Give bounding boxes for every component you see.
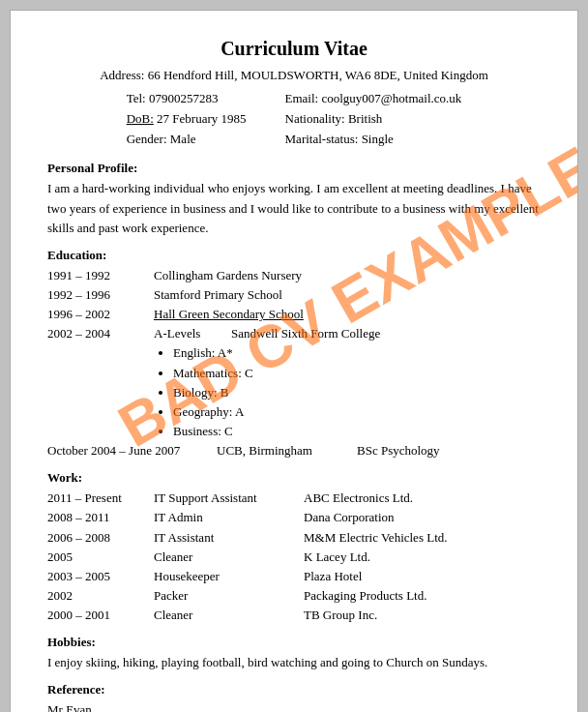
tel-line: Tel: 07900257283 [127, 89, 247, 109]
work-company-3: K Lacey Ltd. [304, 548, 370, 567]
work-section: Work: 2011 – Present IT Support Assistan… [47, 470, 541, 625]
contact-right: Email: coolguy007@hotmail.co.uk National… [285, 89, 462, 149]
work-row-1: 2008 – 2011 IT Admin Dana Corporation [47, 508, 541, 527]
edu-alevels-row: 2002 – 2004 A-Levels Sandwell Sixth Form… [47, 324, 541, 343]
tel-label: Tel: [127, 91, 146, 105]
education-title: Education: [47, 248, 541, 263]
work-role-0: IT Support Assistant [154, 489, 304, 508]
edu-row-2: 1992 – 1996 Stamford Primary School [47, 285, 541, 305]
work-row-6: 2000 – 2001 Cleaner TB Group Inc. [47, 606, 541, 625]
hobbies-title: Hobbies: [47, 635, 541, 650]
personal-profile-section: Personal Profile: I am a hard-working in… [47, 161, 541, 237]
work-year-3: 2005 [47, 548, 154, 567]
cv-page: BAD CV EXAMPLE Curriculum Vitae Address:… [10, 10, 578, 712]
edu-alevels-label: A-Levels [154, 324, 231, 343]
work-role-5: Packer [154, 586, 304, 606]
gender-line: Gender: Male [127, 130, 247, 150]
tel-value: 07900257283 [149, 91, 219, 105]
edu-subjects-list: English: A* Mathematics: C Biology: B Ge… [173, 343, 541, 441]
edu-uni-place: UCB, Birmingham [217, 441, 357, 460]
work-year-5: 2002 [47, 586, 154, 606]
reference-name: Mr Evan [47, 700, 541, 712]
contact-left: Tel: 07900257283 DoB: 27 February 1985 G… [127, 89, 247, 149]
contact-grid: Tel: 07900257283 DoB: 27 February 1985 G… [47, 89, 541, 149]
work-company-2: M&M Electric Vehicles Ltd. [304, 528, 448, 548]
page-title: Curriculum Vitae [47, 38, 541, 60]
email-line: Email: coolguy007@hotmail.co.uk [285, 89, 462, 109]
education-rows: 1991 – 1992 Collingham Gardens Nursery 1… [47, 266, 541, 460]
hobbies-section: Hobbies: I enjoy skiing, hiking, playing… [47, 635, 541, 672]
work-role-2: IT Assistant [154, 528, 304, 548]
edu-year-3: 1996 – 2002 [47, 305, 154, 324]
edu-uni-year: October 2004 – June 2007 [47, 441, 217, 460]
edu-year-1: 1991 – 1992 [47, 266, 154, 285]
subject-4: Geography: A [173, 402, 541, 422]
edu-place-2: Stamford Primary School [154, 285, 282, 305]
marital-line: Marital-status: Single [285, 130, 462, 150]
work-year-6: 2000 – 2001 [47, 606, 154, 625]
edu-uni-degree: BSc Psychology [357, 441, 440, 460]
dob-line: DoB: 27 February 1985 [127, 109, 247, 130]
work-title: Work: [47, 470, 541, 486]
nationality-line: Nationality: British [285, 109, 462, 130]
work-role-4: Housekeeper [154, 567, 304, 586]
marital-label: Marital-status: [285, 132, 359, 146]
work-company-1: Dana Corporation [304, 508, 395, 527]
work-row-3: 2005 Cleaner K Lacey Ltd. [47, 548, 541, 567]
edu-place-3: Hall Green Secondary School [154, 305, 304, 324]
address-line: Address: 66 Hendford Hill, MOULDSWORTH, … [47, 68, 541, 83]
edu-alevels-school: Sandwell Sixth Form College [231, 324, 380, 343]
hobbies-text: I enjoy skiing, hiking, playing football… [47, 653, 541, 672]
gender-label: Gender: [127, 132, 167, 146]
work-year-4: 2003 – 2005 [47, 567, 154, 586]
email-label: Email: [285, 91, 319, 105]
edu-place-1: Collingham Gardens Nursery [154, 266, 302, 285]
reference-body: Mr Evan Tesco Birmingham, West Midlands,… [47, 700, 541, 712]
dob-label: DoB: [127, 111, 154, 126]
work-company-6: TB Group Inc. [304, 606, 377, 625]
edu-uni-row: October 2004 – June 2007 UCB, Birmingham… [47, 441, 541, 460]
work-role-6: Cleaner [154, 606, 304, 625]
work-row-2: 2006 – 2008 IT Assistant M&M Electric Ve… [47, 528, 541, 548]
edu-year-2: 1992 – 1996 [47, 285, 154, 305]
edu-row-3: 1996 – 2002 Hall Green Secondary School [47, 305, 541, 324]
work-year-1: 2008 – 2011 [47, 508, 154, 527]
edu-alevels-year: 2002 – 2004 [47, 324, 154, 343]
work-role-3: Cleaner [154, 548, 304, 567]
subject-5: Business: C [173, 422, 541, 441]
edu-row-1: 1991 – 1992 Collingham Gardens Nursery [47, 266, 541, 285]
work-company-4: Plaza Hotel [304, 567, 362, 586]
education-section: Education: 1991 – 1992 Collingham Garden… [47, 248, 541, 460]
nationality-label: Nationality: [285, 111, 345, 126]
work-year-0: 2011 – Present [47, 489, 154, 508]
work-company-0: ABC Electronics Ltd. [304, 489, 413, 508]
work-company-5: Packaging Products Ltd. [304, 586, 426, 606]
work-rows: 2011 – Present IT Support Assistant ABC … [47, 489, 541, 625]
personal-profile-text: I am a hard-working individual who enjoy… [47, 179, 541, 237]
work-row-4: 2003 – 2005 Housekeeper Plaza Hotel [47, 567, 541, 586]
subject-1: English: A* [173, 343, 541, 363]
reference-title: Reference: [47, 682, 541, 697]
work-role-1: IT Admin [154, 508, 304, 527]
work-year-2: 2006 – 2008 [47, 528, 154, 548]
personal-profile-title: Personal Profile: [47, 161, 541, 176]
dob-date: 27 February 1985 [157, 111, 246, 126]
subject-3: Biology: B [173, 383, 541, 402]
work-row-0: 2011 – Present IT Support Assistant ABC … [47, 489, 541, 508]
reference-section: Reference: Mr Evan Tesco Birmingham, Wes… [47, 682, 541, 712]
subject-2: Mathematics: C [173, 364, 541, 383]
work-row-5: 2002 Packer Packaging Products Ltd. [47, 586, 541, 606]
